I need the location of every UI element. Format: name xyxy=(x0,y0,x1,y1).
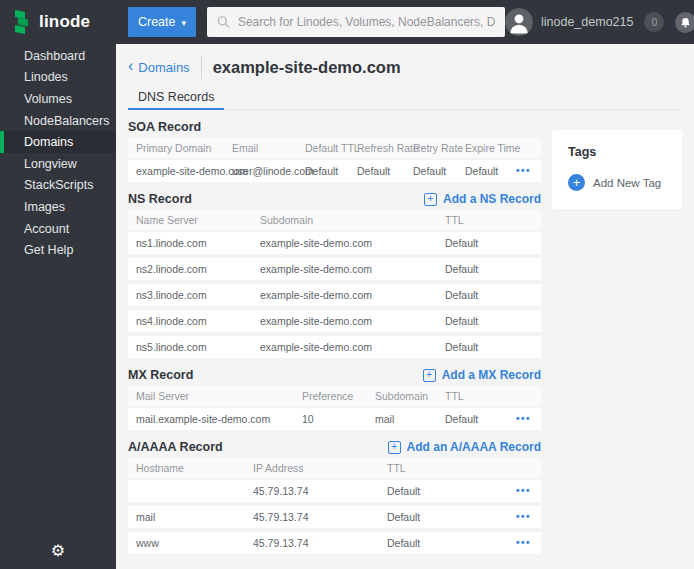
row-actions-button[interactable]: ••• xyxy=(516,166,541,176)
add-record-link[interactable]: +Add an A/AAAA Record xyxy=(388,440,541,454)
table-cell: Default xyxy=(379,511,479,523)
search-bar xyxy=(207,7,505,37)
sidebar-item-nodebalancers[interactable]: NodeBalancers xyxy=(0,110,116,132)
sidebar-item-linodes[interactable]: Linodes xyxy=(0,67,116,89)
sidebar-item-longview[interactable]: Longview xyxy=(0,153,116,175)
column-header: Retry Rate xyxy=(405,142,457,154)
column-header: Subdomain xyxy=(252,214,437,226)
header-bar: Create ▾ linode_demo215 xyxy=(116,0,694,44)
column-header: TTL xyxy=(379,462,479,474)
notifications-button[interactable] xyxy=(675,12,694,33)
table-cell: mail xyxy=(367,413,437,425)
plus-square-icon: + xyxy=(424,193,437,206)
create-button[interactable]: Create ▾ xyxy=(128,7,196,37)
section-title: NS Record xyxy=(128,192,192,206)
avatar xyxy=(505,8,533,36)
table-cell: mail xyxy=(128,511,245,523)
breadcrumb-divider xyxy=(201,55,202,79)
table-cell: 45.79.13.74 xyxy=(245,485,379,497)
plus-square-icon: + xyxy=(423,369,436,382)
linode-logo[interactable]: linode xyxy=(0,0,116,44)
sidebar-item-stackscripts[interactable]: StackScripts xyxy=(0,175,116,197)
record-section: NS Record+Add a NS RecordName ServerSubd… xyxy=(128,192,541,358)
user-menu[interactable]: linode_demo215 xyxy=(505,8,633,36)
search-input[interactable] xyxy=(238,15,495,29)
table-cell: Default xyxy=(379,485,479,497)
table-row: 45.79.13.74Default••• xyxy=(128,480,541,502)
linode-logo-icon xyxy=(13,10,32,35)
tab-bar: DNS Records xyxy=(128,86,682,110)
row-actions-button[interactable]: ••• xyxy=(516,538,541,548)
section-title: A/AAAA Record xyxy=(128,440,223,454)
table-cell: Default xyxy=(437,315,541,327)
column-header: Email xyxy=(224,142,297,154)
tags-panel: Tags + Add New Tag xyxy=(552,130,682,209)
sidebar-item-account[interactable]: Account xyxy=(0,218,116,240)
column-header: Refresh Rate xyxy=(349,142,405,154)
tags-panel-title: Tags xyxy=(568,145,666,159)
add-record-label: Add a MX Record xyxy=(442,368,541,382)
breadcrumb-label: Domains xyxy=(138,60,189,75)
create-button-label: Create xyxy=(138,15,176,29)
add-record-link[interactable]: +Add a MX Record xyxy=(423,368,541,382)
table-cell: 10 xyxy=(294,413,367,425)
table-header-row: HostnameIP AddressTTL xyxy=(128,458,541,478)
gear-icon[interactable]: ⚙ xyxy=(0,541,116,560)
sidebar-item-dashboard[interactable]: Dashboard xyxy=(0,45,116,67)
section-title: MX Record xyxy=(128,368,193,382)
section-title: SOA Record xyxy=(128,120,201,134)
table-row: ns1.linode.comexample-site-demo.comDefau… xyxy=(128,232,541,254)
column-header: TTL xyxy=(437,390,505,402)
table-cell: Default xyxy=(379,537,479,549)
table-header-row: Name ServerSubdomainTTL xyxy=(128,210,541,230)
column-header: Preference xyxy=(294,390,367,402)
sidebar-item-volumes[interactable]: Volumes xyxy=(0,88,116,110)
table-cell: example-site-demo.com xyxy=(252,315,437,327)
linode-cloud-manager: linode Create ▾ xyxy=(0,0,694,569)
main-content: ‹ Domains example-site-demo.com DNS Reco… xyxy=(116,44,694,569)
chevron-down-icon: ▾ xyxy=(182,18,187,28)
table-row: ns5.linode.comexample-site-demo.comDefau… xyxy=(128,336,541,358)
tab-dns-records[interactable]: DNS Records xyxy=(128,86,224,110)
add-new-tag-label: Add New Tag xyxy=(593,177,661,189)
table-header-row: Primary DomainEmailDefault TTLRefresh Ra… xyxy=(128,138,541,158)
record-section: A/AAAA Record+Add an A/AAAA RecordHostna… xyxy=(128,440,541,554)
table-row: www45.79.13.74Default••• xyxy=(128,532,541,554)
column-header: Subdomain xyxy=(367,390,437,402)
sidebar-item-domains[interactable]: Domains xyxy=(0,131,116,153)
breadcrumb-domains-link[interactable]: ‹ Domains xyxy=(128,60,190,75)
table-cell: Default xyxy=(437,289,541,301)
top-header: linode Create ▾ xyxy=(0,0,694,44)
notification-count-badge[interactable]: 0 xyxy=(644,12,664,32)
add-record-link[interactable]: +Add a NS Record xyxy=(424,192,541,206)
column-header: Expire Time xyxy=(457,142,513,154)
table-cell: Default xyxy=(437,263,541,275)
row-actions-button[interactable]: ••• xyxy=(516,512,541,522)
sidebar-nav: DashboardLinodesVolumesNodeBalancersDoma… xyxy=(0,44,116,261)
table-cell: Default xyxy=(437,237,541,249)
add-new-tag-button[interactable]: + Add New Tag xyxy=(568,174,661,191)
table-row: mail45.79.13.74Default••• xyxy=(128,506,541,528)
table-cell: example-site-demo.com xyxy=(128,165,224,177)
sidebar-item-get-help[interactable]: Get Help xyxy=(0,239,116,261)
table-cell: www xyxy=(128,537,245,549)
table-cell: example-site-demo.com xyxy=(252,341,437,353)
column-header: TTL xyxy=(437,214,541,226)
table-cell: Default xyxy=(297,165,349,177)
breadcrumb: ‹ Domains example-site-demo.com xyxy=(128,48,682,86)
table-cell: example-site-demo.com xyxy=(252,263,437,275)
column-header: Name Server xyxy=(128,214,252,226)
table-cell: Default xyxy=(437,341,541,353)
table-cell: ns3.linode.com xyxy=(128,289,252,301)
row-actions-button[interactable]: ••• xyxy=(516,414,541,424)
table-cell: example-site-demo.com xyxy=(252,237,437,249)
sidebar-item-images[interactable]: Images xyxy=(0,196,116,218)
sidebar: DashboardLinodesVolumesNodeBalancersDoma… xyxy=(0,44,116,569)
record-section: SOA RecordPrimary DomainEmailDefault TTL… xyxy=(128,120,541,182)
plus-square-icon: + xyxy=(388,441,401,454)
column-header: Mail Server xyxy=(128,390,294,402)
table-cell: Default xyxy=(349,165,405,177)
column-header: Primary Domain xyxy=(128,142,224,154)
row-actions-button[interactable]: ••• xyxy=(516,486,541,496)
table-row: ns4.linode.comexample-site-demo.comDefau… xyxy=(128,310,541,332)
